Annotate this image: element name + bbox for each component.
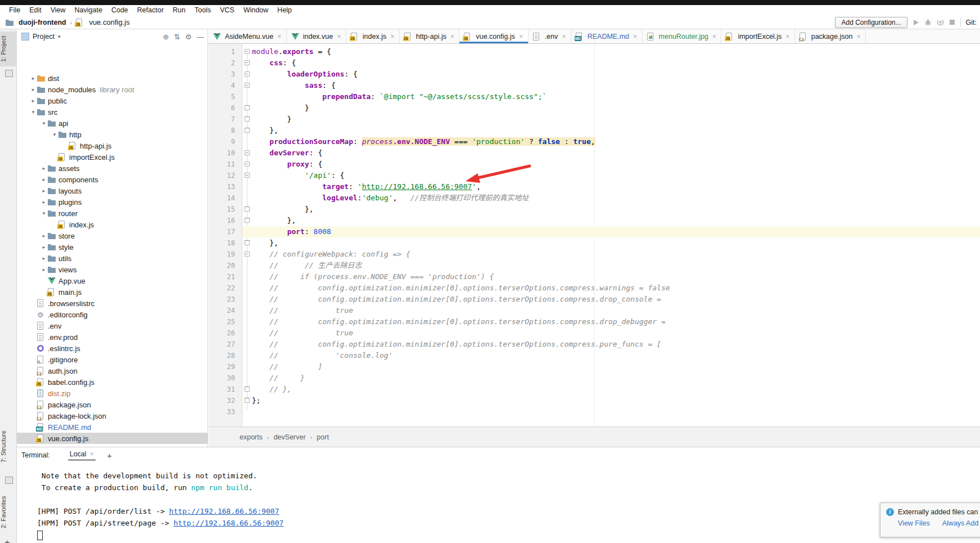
code-line-16[interactable]: }, xyxy=(242,215,980,226)
tree-item--browserslistrc[interactable]: .browserslistrc xyxy=(17,298,207,309)
menu-file[interactable]: File xyxy=(4,5,25,16)
code-line-27[interactable]: // config.optimization.minimizer[0].opti… xyxy=(242,339,980,350)
tree-item-public[interactable]: ▸public xyxy=(17,95,207,106)
code-line-19[interactable]: // configureWebpack: config => { xyxy=(242,249,980,260)
tree-item-http[interactable]: ▾http xyxy=(17,129,207,140)
code-line-10[interactable]: devServer: { xyxy=(242,147,980,159)
tree-item-plugins[interactable]: ▸plugins xyxy=(17,196,207,208)
project-panel-title[interactable]: Project xyxy=(33,33,55,41)
tree-item-package-json[interactable]: {;}package.json xyxy=(17,399,207,410)
tab-http-api-js[interactable]: JShttp-api.js✕ xyxy=(400,29,460,43)
tab-asidemenu-vue[interactable]: AsideMenu.vue✕ xyxy=(209,29,287,43)
code-line-11[interactable]: proxy: { xyxy=(242,159,980,170)
editor-breadcrumb-devServer[interactable]: devServer xyxy=(274,433,306,441)
git-branch-widget[interactable]: Git: xyxy=(966,19,977,26)
tree-item-store[interactable]: ▸store xyxy=(17,230,207,241)
menu-tools[interactable]: Tools xyxy=(190,5,215,16)
chevron-collapsed-icon[interactable]: ▸ xyxy=(40,177,48,182)
tree-item-babel-config-js[interactable]: JSbabel.config.js xyxy=(17,376,207,388)
chevron-collapsed-icon[interactable]: ▸ xyxy=(40,255,48,261)
code-line-4[interactable]: sass: { xyxy=(242,80,980,91)
terminal-output[interactable]: Note that the development build is not o… xyxy=(17,463,980,541)
code-line-33[interactable] xyxy=(242,406,980,418)
breadcrumb-project[interactable]: duoji-frontend xyxy=(19,19,66,26)
tab--env[interactable]: .env✕ xyxy=(529,29,571,43)
chevron-collapsed-icon[interactable]: ▸ xyxy=(40,233,48,239)
chevron-expanded-icon[interactable]: ▾ xyxy=(29,109,37,115)
tree-item-index-js[interactable]: JSindex.js xyxy=(17,219,207,230)
collapse-all-icon[interactable]: ⇅ xyxy=(174,33,180,41)
code-line-15[interactable]: }, xyxy=(242,204,980,215)
tab-vue-config-js[interactable]: JSvue.config.js✕ xyxy=(459,29,528,43)
chevron-collapsed-icon[interactable]: ▸ xyxy=(29,75,37,81)
code-editor[interactable]: 1234567891011121314151617181920212223242… xyxy=(209,44,980,427)
menu-refactor[interactable]: Refactor xyxy=(133,5,168,16)
chevron-collapsed-icon[interactable]: ▸ xyxy=(29,98,37,104)
tree-item-http-api-js[interactable]: JShttp-api.js xyxy=(17,140,207,151)
tree-item-api[interactable]: ▾api xyxy=(17,118,207,129)
code-line-32[interactable]: }; xyxy=(242,395,980,406)
close-icon[interactable]: ✕ xyxy=(518,34,523,39)
tab-index-vue[interactable]: index.vue✕ xyxy=(287,29,346,43)
editor-breadcrumb-port[interactable]: port xyxy=(317,433,329,441)
chevron-down-icon[interactable]: ▾ xyxy=(58,34,61,39)
code-line-30[interactable]: // } xyxy=(242,373,980,384)
menu-help[interactable]: Help xyxy=(273,5,296,16)
tab-importexcel-js[interactable]: JSimportExcel.js✕ xyxy=(721,29,794,43)
stop-icon[interactable] xyxy=(949,19,955,25)
new-terminal-button[interactable]: + xyxy=(107,451,112,460)
chevron-expanded-icon[interactable]: ▾ xyxy=(40,210,48,216)
breadcrumb-file[interactable]: vue.config.js xyxy=(89,18,129,26)
close-icon[interactable]: ✕ xyxy=(784,34,790,39)
chevron-expanded-icon[interactable]: ▾ xyxy=(40,120,48,126)
tree-item-vue-config-js[interactable]: JSvue.config.js xyxy=(17,433,207,444)
stripe-structure-button[interactable]: 7: Structure xyxy=(0,423,17,470)
code-line-2[interactable]: css: { xyxy=(242,57,980,69)
close-icon[interactable]: ✕ xyxy=(561,34,566,39)
code-line-28[interactable]: // 'console.log' xyxy=(242,350,980,361)
tree-item-style[interactable]: ▸style xyxy=(17,241,207,253)
code-line-9[interactable]: productionSourceMap: process.env.NODE_EN… xyxy=(242,136,980,147)
code-line-25[interactable]: // config.optimization.minimizer[0].opti… xyxy=(242,316,980,327)
code-line-18[interactable]: }, xyxy=(242,237,980,249)
code-line-5[interactable]: prependData: `@import "~@/assets/scss/st… xyxy=(242,91,980,102)
debug-icon[interactable] xyxy=(924,19,932,26)
tree-item--env-prod[interactable]: .env.prod xyxy=(17,331,207,343)
tree-item-dist[interactable]: ▸dist xyxy=(17,73,207,84)
close-icon[interactable]: ✕ xyxy=(389,34,395,39)
tab-readme-md[interactable]: MDREADME.md✕ xyxy=(571,29,643,43)
tree-item-utils[interactable]: ▸utils xyxy=(17,253,207,264)
tree-item--gitignore[interactable]: ⊘.gitignore xyxy=(17,354,207,365)
stripe-favorites-button[interactable]: 2: Favorites xyxy=(0,490,17,535)
run-icon[interactable] xyxy=(913,19,919,26)
stripe-project-button[interactable]: 1: Project xyxy=(0,33,17,65)
tree-item-app-vue[interactable]: App.vue xyxy=(17,275,207,286)
close-icon[interactable]: ✕ xyxy=(855,34,861,39)
add-configuration-button[interactable]: Add Configuration... xyxy=(835,17,907,28)
code-line-22[interactable]: // config.optimization.minimizer[0].opti… xyxy=(242,282,980,294)
code-line-13[interactable]: target: 'http://192.168.66.56:9007', xyxy=(242,181,980,192)
code-line-24[interactable]: // true xyxy=(242,305,980,316)
tree-item-layouts[interactable]: ▸layouts xyxy=(17,185,207,196)
code-line-6[interactable]: } xyxy=(242,102,980,114)
menu-edit[interactable]: Edit xyxy=(25,5,46,16)
tab-package-json[interactable]: {;}package.json✕ xyxy=(795,29,866,43)
code-line-3[interactable]: loaderOptions: { xyxy=(242,69,980,80)
tree-item-main-js[interactable]: JSmain.js xyxy=(17,286,207,298)
close-icon[interactable]: ✕ xyxy=(449,34,455,39)
menu-navigate[interactable]: Navigate xyxy=(70,5,107,16)
code-line-8[interactable]: }, xyxy=(242,125,980,136)
code-line-29[interactable]: // ] xyxy=(242,361,980,373)
close-icon[interactable]: ✕ xyxy=(632,34,638,39)
code-line-1[interactable]: module.exports = { xyxy=(242,46,980,57)
terminal-link[interactable]: http://192.168.66.56:9007 xyxy=(169,507,279,515)
code-line-23[interactable]: // config.optimization.minimizer[0].opti… xyxy=(242,294,980,305)
tree-item-views[interactable]: ▸views xyxy=(17,264,207,275)
tree-item-src[interactable]: ▾src xyxy=(17,106,207,118)
tab-index-js[interactable]: JSindex.js✕ xyxy=(346,29,400,43)
tree-item-readme-md[interactable]: MDREADME.md xyxy=(17,421,207,433)
close-icon[interactable]: ✕ xyxy=(711,34,717,39)
dots-icon[interactable] xyxy=(5,477,13,484)
hide-icon[interactable]: ― xyxy=(197,33,204,41)
tree-item--env[interactable]: .env xyxy=(17,320,207,331)
